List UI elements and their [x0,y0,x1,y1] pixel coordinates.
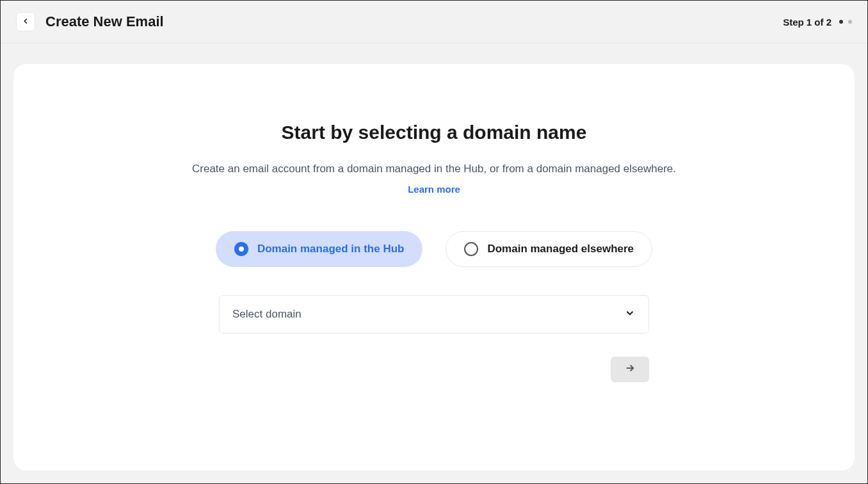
learn-more-link[interactable]: Learn more [408,184,460,195]
step-dot-1 [839,20,843,24]
radio-unselected-icon [464,242,478,256]
option-domain-elsewhere-label: Domain managed elsewhere [487,243,634,255]
next-button[interactable] [611,357,649,382]
step-dot-2 [848,20,852,24]
arrow-right-icon [624,362,636,376]
subheading-text: Create an email account from a domain ma… [192,163,676,175]
step-dots [839,20,852,24]
radio-selected-icon [234,242,248,256]
content-area: Start by selecting a domain name Create … [1,44,867,483]
header-right: Step 1 of 2 [783,17,852,28]
card-heading: Start by selecting a domain name [282,122,587,143]
domain-select[interactable]: Select domain [219,295,649,334]
option-domain-hub[interactable]: Domain managed in the Hub [216,231,423,267]
header-left: Create New Email [16,12,164,31]
chevron-down-icon [624,307,636,321]
step-indicator: Step 1 of 2 [783,17,832,28]
next-row [219,357,649,382]
back-button[interactable] [16,12,35,31]
page-header: Create New Email Step 1 of 2 [1,1,867,44]
main-card: Start by selecting a domain name Create … [13,64,855,471]
option-domain-hub-label: Domain managed in the Hub [257,243,405,255]
card-subheading: Create an email account from a domain ma… [191,159,677,200]
form-area: Select domain [219,295,649,382]
chevron-left-icon [21,17,30,28]
domain-option-group: Domain managed in the Hub Domain managed… [216,231,652,267]
domain-select-placeholder: Select domain [232,308,301,321]
page-title: Create New Email [45,13,164,30]
option-domain-elsewhere[interactable]: Domain managed elsewhere [446,231,652,267]
